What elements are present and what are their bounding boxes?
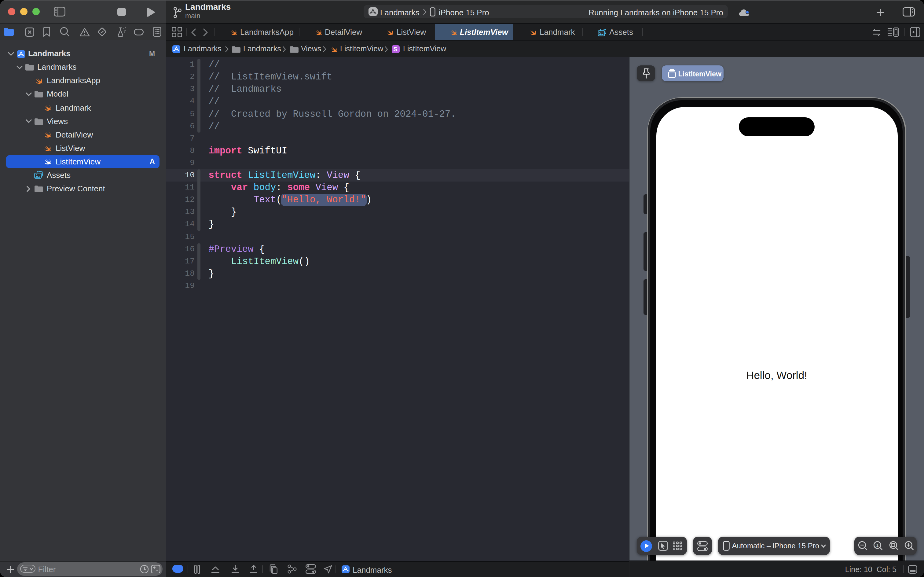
svg-text:1: 1 [876, 543, 879, 548]
